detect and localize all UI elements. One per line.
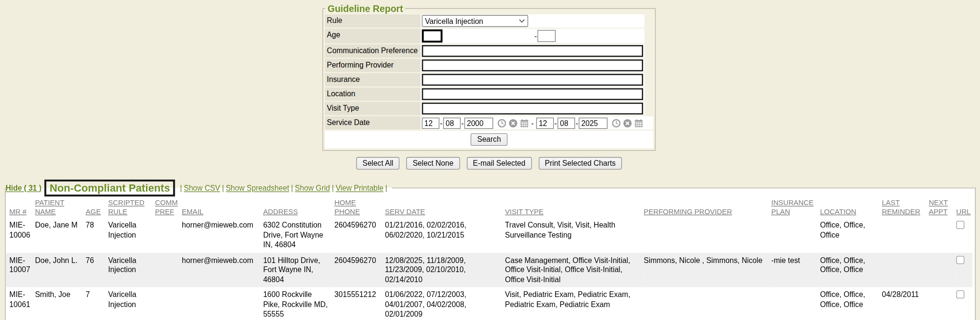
performing-provider-input[interactable]	[422, 59, 643, 71]
column-header-url[interactable]: URL	[956, 197, 972, 217]
cell-patient-name: Smith, Joe	[35, 287, 86, 320]
selection-actions: Select All Select None E-mail Selected P…	[323, 157, 656, 170]
age-from-input[interactable]	[422, 29, 443, 42]
column-header-home-phone[interactable]: HOMEPHONE	[334, 197, 385, 217]
column-header-line: AGE	[86, 207, 101, 216]
patient-row: MIE-10006Doe, Jane M78Varicella Injectio…	[6, 218, 973, 252]
calendar-icon[interactable]	[520, 119, 529, 127]
cell-scripted-rule: Varicella Injection	[108, 218, 155, 252]
cell-home-phone: 3015551212	[334, 287, 385, 320]
email-selected-button[interactable]: E-mail Selected	[467, 157, 532, 170]
clock-icon[interactable]	[498, 119, 506, 127]
age-to-input[interactable]	[537, 30, 556, 42]
calendar-icon[interactable]	[635, 119, 643, 127]
age-range-separator: -	[534, 32, 537, 40]
column-header-line: PERFORMING PROVIDER	[644, 207, 732, 216]
column-header-last-reminder[interactable]: LASTREMINDER	[882, 197, 929, 217]
cell-visit-type: Case Management, Office Visit-Initial, O…	[505, 252, 644, 287]
cell-patient-name: Doe, John L.	[35, 252, 86, 287]
toolbar-link-show-grid[interactable]: Show Grid	[295, 183, 330, 192]
guideline-report-form: Guideline Report Rule Varicella Injectio…	[323, 3, 656, 151]
column-header-visit-type[interactable]: VISIT TYPE	[505, 197, 644, 217]
cell-last-reminder	[882, 218, 929, 252]
service-date-from-year-input[interactable]	[464, 117, 493, 129]
cell-insurance-plan	[771, 218, 820, 252]
cell-next-appt	[929, 218, 956, 252]
service-date-to-month-input[interactable]	[536, 117, 554, 129]
service-date-from-day-input[interactable]	[443, 117, 461, 129]
rule-label: Rule	[325, 14, 421, 27]
service-date-to-year-input[interactable]	[579, 117, 607, 129]
column-header-next-appt[interactable]: NEXTAPPT	[929, 197, 956, 217]
performing-provider-label: Performing Provider	[325, 59, 421, 72]
column-header-address[interactable]: ADDRESS	[263, 197, 334, 217]
cell-visit-type: Travel Consult, Visit, Visit, Health Sur…	[505, 218, 644, 252]
clear-icon[interactable]	[509, 119, 517, 127]
table-toolbar-links: |Show CSV|Show Spreadsheet|Show Grid|Vie…	[178, 183, 389, 192]
column-header-serv-date[interactable]: SERV DATE	[385, 197, 505, 217]
cell-next-appt	[929, 287, 956, 320]
cell-url	[956, 252, 972, 287]
toolbar-link-show-csv[interactable]: Show CSV	[184, 183, 220, 192]
select-patient-checkbox[interactable]	[956, 221, 964, 229]
select-none-button[interactable]: Select None	[406, 157, 460, 170]
column-header-line: ADDRESS	[263, 207, 298, 216]
select-all-button[interactable]: Select All	[356, 157, 400, 170]
insurance-cell	[421, 73, 645, 86]
column-header-line: EMAIL	[182, 207, 203, 216]
column-header-patient-name[interactable]: PATIENTNAME	[35, 197, 86, 217]
column-header-insurance-plan[interactable]: INSURANCEPLAN	[771, 197, 820, 217]
toolbar-separator: |	[383, 183, 389, 192]
cell-url	[956, 287, 972, 320]
cell-home-phone: 2604596270	[334, 218, 385, 252]
column-header-scripted-rule[interactable]: SCRIPTEDRULE	[108, 197, 155, 217]
column-header-line: RULE	[108, 207, 127, 216]
toolbar-link-show-spreadsheet[interactable]: Show Spreadsheet	[226, 183, 289, 192]
cell-serv-date: 01/06/2022, 07/12/2003, 04/01/2007, 04/0…	[385, 287, 505, 320]
location-row: Location	[325, 88, 644, 101]
cell-performing-provider	[644, 218, 771, 252]
cell-visit-type: Visit, Pediatric Exam, Pediatric Exam, P…	[505, 287, 644, 320]
search-button[interactable]: Search	[471, 133, 507, 146]
service-date-from-month-input[interactable]	[422, 117, 440, 129]
toolbar-link-view-printable[interactable]: View Printable	[335, 183, 383, 192]
cell-serv-date: 12/08/2025, 11/18/2009, 11/23/2009, 02/1…	[385, 252, 505, 287]
select-patient-checkbox[interactable]	[956, 290, 964, 298]
column-header-location[interactable]: LOCATION	[820, 197, 882, 217]
table-header-row: MR #PATIENTNAMEAGESCRIPTEDRULECOMMPREFEM…	[6, 197, 973, 217]
print-selected-charts-button[interactable]: Print Selected Charts	[538, 157, 622, 170]
insurance-input[interactable]	[422, 74, 643, 86]
service-date-range-separator: -	[529, 119, 536, 127]
location-input[interactable]	[422, 88, 643, 100]
cell-age: 78	[86, 218, 108, 252]
cell-address: 1600 Rockville Pike, Rockville MD, 55555	[263, 287, 334, 320]
column-header-line: VISIT TYPE	[505, 207, 543, 216]
column-header-comm-pref[interactable]: COMMPREF	[155, 197, 182, 217]
cell-email	[182, 287, 263, 320]
column-header-line: COMM	[155, 198, 178, 207]
communication-preference-cell	[421, 45, 645, 57]
column-header-email[interactable]: EMAIL	[182, 197, 263, 217]
column-header-mr[interactable]: MR #	[6, 197, 35, 217]
column-header-age[interactable]: AGE	[86, 197, 108, 217]
visit-type-cell	[421, 102, 645, 115]
section-title-box: Non-Compliant Patients	[45, 180, 175, 196]
column-header-line: INSURANCE	[771, 198, 813, 207]
select-patient-checkbox[interactable]	[956, 256, 964, 264]
column-header-line: MR #	[10, 207, 27, 216]
rule-select[interactable]: Varicella Injection	[422, 15, 528, 27]
service-date-to-day-input[interactable]	[557, 117, 575, 129]
cell-last-reminder: 04/28/2011	[882, 287, 929, 320]
column-header-performing-provider[interactable]: PERFORMING PROVIDER	[644, 197, 771, 217]
clock-icon[interactable]	[612, 119, 621, 127]
cell-location: Office, Office, Office	[820, 218, 882, 252]
column-header-line: PHONE	[334, 207, 360, 216]
column-header-line: SERV DATE	[385, 207, 425, 216]
clear-icon[interactable]	[623, 119, 632, 127]
cell-address: 6302 Constitution Drive, Fort Wayne IN, …	[263, 218, 334, 252]
visit-type-input[interactable]	[422, 103, 643, 114]
rule-select-value: Varicella Injection	[425, 17, 483, 25]
communication-preference-input[interactable]	[422, 45, 643, 57]
cell-location: Office, Office, Office, Office	[820, 287, 882, 320]
hide-link[interactable]: Hide ( 31 )	[6, 183, 42, 192]
